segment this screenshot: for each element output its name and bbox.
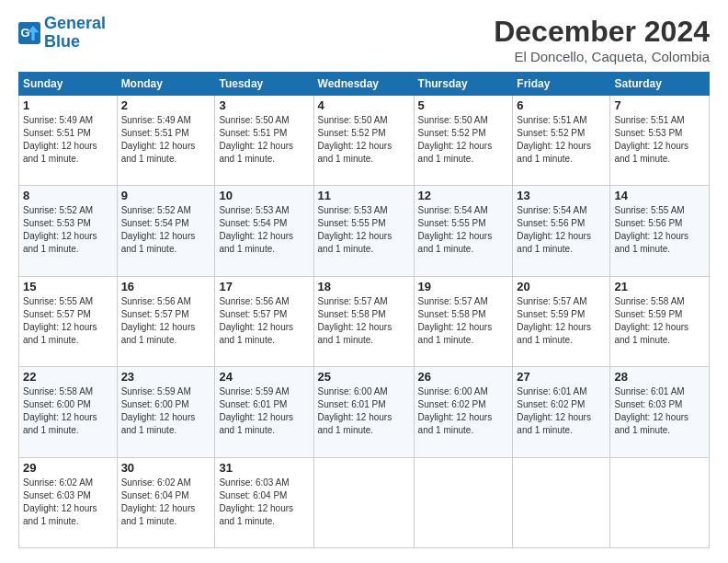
day-info: Sunrise: 6:02 AM Sunset: 6:04 PM Dayligh… [121,477,211,528]
day-info: Sunrise: 5:56 AM Sunset: 5:57 PM Dayligh… [219,295,309,347]
calendar-cell: 16 Sunrise: 5:56 AM Sunset: 5:57 PM Dayl… [117,276,215,366]
day-info: Sunrise: 5:49 AM Sunset: 5:51 PM Dayligh… [23,114,113,166]
logo: G General Blue [18,15,106,52]
calendar-cell: 17 Sunrise: 5:56 AM Sunset: 5:57 PM Dayl… [215,276,313,366]
logo-icon: G [18,22,40,44]
logo-text-blue: Blue [44,33,106,52]
calendar-cell: 8 Sunrise: 5:52 AM Sunset: 5:53 PM Dayli… [19,186,118,276]
calendar-cell: 6 Sunrise: 5:51 AM Sunset: 5:52 PM Dayli… [513,96,610,186]
calendar-week-1: 1 Sunrise: 5:49 AM Sunset: 5:51 PM Dayli… [19,96,710,186]
calendar-cell: 21 Sunrise: 5:58 AM Sunset: 5:59 PM Dayl… [610,276,710,366]
day-number: 1 [23,98,113,112]
day-info: Sunrise: 5:57 AM Sunset: 5:59 PM Dayligh… [517,295,606,347]
calendar-cell: 13 Sunrise: 5:54 AM Sunset: 5:56 PM Dayl… [513,186,610,276]
calendar-week-4: 22 Sunrise: 5:58 AM Sunset: 6:00 PM Dayl… [19,367,710,457]
calendar-week-5: 29 Sunrise: 6:02 AM Sunset: 6:03 PM Dayl… [19,457,710,547]
day-number: 4 [318,98,410,112]
calendar-cell: 31 Sunrise: 6:03 AM Sunset: 6:04 PM Dayl… [215,457,313,547]
calendar-cell: 29 Sunrise: 6:02 AM Sunset: 6:03 PM Dayl… [19,457,118,547]
day-number: 14 [614,189,705,202]
day-info: Sunrise: 5:58 AM Sunset: 5:59 PM Dayligh… [614,295,705,347]
calendar-week-3: 15 Sunrise: 5:55 AM Sunset: 5:57 PM Dayl… [19,276,710,366]
day-number: 27 [517,370,606,384]
calendar-cell: 9 Sunrise: 5:52 AM Sunset: 5:54 PM Dayli… [117,186,215,276]
day-info: Sunrise: 6:00 AM Sunset: 6:01 PM Dayligh… [318,385,410,437]
day-info: Sunrise: 5:53 AM Sunset: 5:54 PM Dayligh… [219,204,309,256]
calendar-cell [414,457,513,547]
day-info: Sunrise: 5:54 AM Sunset: 5:56 PM Dayligh… [517,204,606,256]
calendar-cell: 18 Sunrise: 5:57 AM Sunset: 5:58 PM Dayl… [313,276,414,366]
calendar-cell: 15 Sunrise: 5:55 AM Sunset: 5:57 PM Dayl… [19,276,118,366]
day-number: 2 [121,98,211,112]
day-info: Sunrise: 5:56 AM Sunset: 5:57 PM Dayligh… [121,295,211,347]
calendar-cell: 10 Sunrise: 5:53 AM Sunset: 5:54 PM Dayl… [215,186,313,276]
calendar-cell [313,457,414,547]
calendar-cell: 7 Sunrise: 5:51 AM Sunset: 5:53 PM Dayli… [610,96,710,186]
day-info: Sunrise: 5:55 AM Sunset: 5:57 PM Dayligh… [23,295,113,347]
day-info: Sunrise: 5:52 AM Sunset: 5:54 PM Dayligh… [121,204,211,256]
day-number: 21 [614,280,705,293]
calendar-week-2: 8 Sunrise: 5:52 AM Sunset: 5:53 PM Dayli… [19,186,710,276]
calendar-cell [610,457,710,547]
day-number: 24 [219,370,309,384]
calendar-header-saturday: Saturday [610,73,710,96]
day-info: Sunrise: 5:51 AM Sunset: 5:52 PM Dayligh… [517,114,606,166]
calendar-cell: 4 Sunrise: 5:50 AM Sunset: 5:52 PM Dayli… [313,96,414,186]
day-number: 16 [121,280,211,293]
svg-text:G: G [20,26,29,40]
calendar-header-row: SundayMondayTuesdayWednesdayThursdayFrid… [19,73,710,96]
page: G General Blue December 2024 El Doncello… [0,0,728,563]
calendar-header-wednesday: Wednesday [313,73,414,96]
month-title: December 2024 [494,15,710,49]
day-number: 30 [121,461,211,475]
calendar-cell: 5 Sunrise: 5:50 AM Sunset: 5:52 PM Dayli… [414,96,513,186]
day-number: 6 [517,98,606,112]
day-number: 22 [23,370,113,384]
location: El Doncello, Caqueta, Colombia [494,49,710,64]
day-number: 23 [121,370,211,384]
calendar-cell: 14 Sunrise: 5:55 AM Sunset: 5:56 PM Dayl… [610,186,710,276]
calendar-header-tuesday: Tuesday [215,73,313,96]
day-info: Sunrise: 5:49 AM Sunset: 5:51 PM Dayligh… [121,114,211,166]
title-section: December 2024 El Doncello, Caqueta, Colo… [494,15,710,64]
calendar-body: 1 Sunrise: 5:49 AM Sunset: 5:51 PM Dayli… [19,96,710,548]
calendar-cell: 3 Sunrise: 5:50 AM Sunset: 5:51 PM Dayli… [215,96,313,186]
logo-text-general: General [44,15,106,33]
day-info: Sunrise: 5:57 AM Sunset: 5:58 PM Dayligh… [318,295,410,347]
calendar-header-sunday: Sunday [19,73,118,96]
header: G General Blue December 2024 El Doncello… [18,15,710,64]
day-info: Sunrise: 5:50 AM Sunset: 5:52 PM Dayligh… [418,114,509,166]
calendar-cell: 26 Sunrise: 6:00 AM Sunset: 6:02 PM Dayl… [414,367,513,457]
day-number: 26 [418,370,509,384]
day-info: Sunrise: 5:54 AM Sunset: 5:55 PM Dayligh… [418,204,509,256]
day-number: 31 [219,461,309,475]
day-info: Sunrise: 5:55 AM Sunset: 5:56 PM Dayligh… [614,204,705,256]
day-number: 7 [614,98,705,112]
calendar-table: SundayMondayTuesdayWednesdayThursdayFrid… [18,72,710,548]
day-number: 18 [318,280,410,293]
day-info: Sunrise: 5:59 AM Sunset: 6:00 PM Dayligh… [121,385,211,437]
day-number: 29 [23,461,113,475]
day-info: Sunrise: 5:53 AM Sunset: 5:55 PM Dayligh… [318,204,410,256]
day-number: 13 [517,189,606,202]
calendar-cell: 27 Sunrise: 6:01 AM Sunset: 6:02 PM Dayl… [513,367,610,457]
day-number: 20 [517,280,606,293]
day-info: Sunrise: 5:58 AM Sunset: 6:00 PM Dayligh… [23,385,113,437]
calendar-cell: 11 Sunrise: 5:53 AM Sunset: 5:55 PM Dayl… [313,186,414,276]
day-number: 11 [318,189,410,202]
day-info: Sunrise: 5:57 AM Sunset: 5:58 PM Dayligh… [418,295,509,347]
calendar-header-thursday: Thursday [414,73,513,96]
day-info: Sunrise: 5:50 AM Sunset: 5:51 PM Dayligh… [219,114,309,166]
day-number: 5 [418,98,509,112]
calendar-cell: 23 Sunrise: 5:59 AM Sunset: 6:00 PM Dayl… [117,367,215,457]
calendar-header-monday: Monday [117,73,215,96]
calendar-cell: 19 Sunrise: 5:57 AM Sunset: 5:58 PM Dayl… [414,276,513,366]
day-number: 15 [23,280,113,293]
calendar-cell: 12 Sunrise: 5:54 AM Sunset: 5:55 PM Dayl… [414,186,513,276]
calendar-cell: 20 Sunrise: 5:57 AM Sunset: 5:59 PM Dayl… [513,276,610,366]
calendar-cell: 24 Sunrise: 5:59 AM Sunset: 6:01 PM Dayl… [215,367,313,457]
calendar-cell: 22 Sunrise: 5:58 AM Sunset: 6:00 PM Dayl… [19,367,118,457]
calendar-cell: 2 Sunrise: 5:49 AM Sunset: 5:51 PM Dayli… [117,96,215,186]
calendar-cell [513,457,610,547]
day-number: 28 [614,370,705,384]
